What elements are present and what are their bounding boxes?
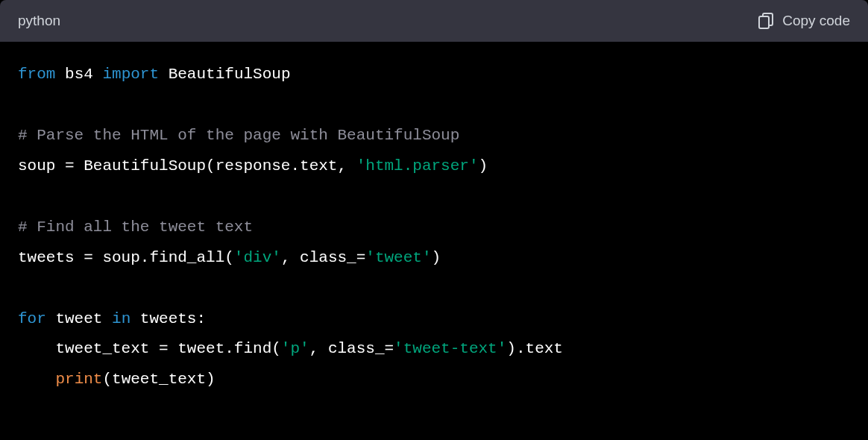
svg-rect-0 [759,16,769,28]
copy-icon [758,13,773,29]
copy-code-button[interactable]: Copy code [758,13,850,29]
code-line: for tweet in tweets: [18,304,850,335]
code-line [18,90,850,121]
language-label: python [18,13,60,29]
code-line: from bs4 import BeautifulSoup [18,60,850,90]
code-content[interactable]: from bs4 import BeautifulSoup # Parse th… [0,42,868,413]
code-line: print(tweet_text) [18,365,850,395]
code-line [18,182,850,213]
code-line: soup = BeautifulSoup(response.text, 'htm… [18,151,850,182]
code-header: python Copy code [0,0,868,42]
code-line: # Parse the HTML of the page with Beauti… [18,121,850,151]
code-line: # Find all the tweet text [18,213,850,243]
code-line: tweet_text = tweet.find('p', class_='twe… [18,334,850,365]
code-line [18,274,850,304]
code-block: python Copy code from bs4 import Beautif… [0,0,868,440]
copy-label: Copy code [782,13,850,29]
code-line: tweets = soup.find_all('div', class_='tw… [18,243,850,274]
